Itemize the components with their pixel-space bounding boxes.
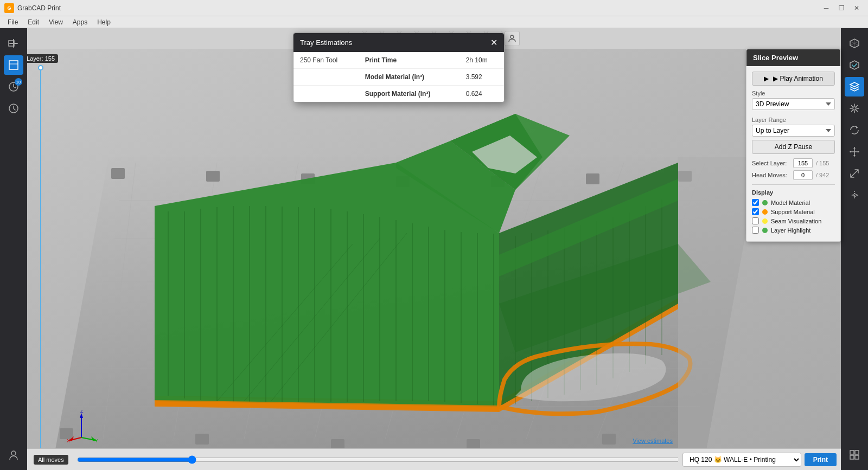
svg-rect-57 — [195, 434, 209, 445]
tray-col-support-value: 0.624 — [459, 86, 504, 102]
svg-rect-50 — [206, 171, 220, 182]
viewport[interactable]: Layer: 155 Z X Y — [27, 49, 841, 470]
minimize-button[interactable]: ─ — [819, 2, 833, 14]
all-moves-tooltip: All moves — [34, 456, 68, 463]
sidebar-icon-layers[interactable] — [4, 55, 23, 75]
svg-marker-26 — [853, 155, 856, 157]
tray-dialog-header: Tray Estimations ✕ — [293, 33, 504, 52]
tray-table-row-model: Model Material (in³) 3.592 — [293, 69, 504, 86]
left-sidebar: 10 — [0, 28, 27, 470]
play-animation-button[interactable]: ▶ ▶ Play Animation — [752, 72, 835, 86]
head-moves-label: Head Moves: — [752, 172, 790, 178]
svg-rect-31 — [855, 450, 859, 454]
layer-highlight-checkbox[interactable] — [752, 227, 759, 234]
seam-visualization-color — [762, 218, 768, 224]
svg-rect-32 — [850, 455, 854, 459]
tray-col-model-value: 3.592 — [459, 69, 504, 86]
sidebar-icon-person[interactable] — [4, 445, 23, 465]
app-logo: G — [4, 3, 14, 13]
layer-range-label: Layer Range — [752, 117, 835, 123]
titlebar: G GrabCAD Print ─ ❐ ✕ — [0, 0, 868, 16]
menu-help[interactable]: Help — [93, 17, 115, 27]
add-z-pause-button[interactable]: Add Z Pause — [752, 140, 835, 154]
printer-select-bar: HQ 120 🐱 WALL-E • Printing Print — [678, 448, 841, 470]
slice-preview-panel: Slice Preview ▶ ▶ Play Animation Style 3… — [746, 49, 841, 242]
support-material-color — [762, 209, 768, 215]
sidebar-right-check-cube[interactable] — [845, 55, 864, 75]
sidebar-icon-history[interactable]: 10 — [4, 77, 23, 96]
tray-estimations-dialog: Tray Estimations ✕ 250 Fan Tool Print Ti… — [293, 33, 505, 102]
model-material-checkbox[interactable] — [752, 199, 759, 206]
model-material-label: Model Material — [771, 199, 810, 206]
layer-tooltip: Layer: 155 — [27, 54, 58, 63]
sidebar-right-layers[interactable] — [845, 77, 864, 96]
view-estimates-link[interactable]: View estimates — [633, 437, 673, 444]
menubar: File Edit View Apps Help — [0, 16, 868, 28]
sidebar-right-settings[interactable] — [845, 99, 864, 118]
panel-divider — [752, 184, 835, 185]
history-badge: 10 — [15, 78, 22, 86]
svg-point-16 — [510, 35, 514, 38]
titlebar-controls: ─ ❐ ✕ — [819, 2, 864, 14]
svg-point-22 — [11, 451, 16, 455]
select-layer-input[interactable]: 155 — [793, 158, 813, 168]
svg-marker-25 — [853, 147, 856, 149]
sidebar-right-group[interactable] — [845, 445, 864, 465]
tray-dialog-close-button[interactable]: ✕ — [490, 37, 497, 48]
model-material-color — [762, 200, 768, 205]
sidebar-icon-time[interactable] — [4, 99, 23, 118]
sidebar-icon-add[interactable] — [4, 34, 23, 53]
layer-highlight-color — [762, 228, 768, 233]
style-label: Style — [752, 90, 835, 96]
svg-text:X: X — [67, 438, 70, 443]
sidebar-right-mirror[interactable] — [845, 185, 864, 205]
svg-rect-33 — [855, 455, 859, 459]
tray-table: 250 Fan Tool Print Time 2h 10m Model Mat… — [293, 52, 504, 102]
axis-indicator: Z X Y — [65, 410, 98, 443]
layer-handle[interactable] — [38, 65, 43, 70]
layer-slider-area: Layer: 155 — [33, 54, 49, 448]
layer-range-select[interactable]: Up to Layer Single Layer All Layers — [752, 125, 835, 137]
tray-col-print-time-value: 2h 10m — [459, 52, 504, 69]
seam-visualization-checkbox[interactable] — [752, 217, 759, 224]
tray-dialog-body: 250 Fan Tool Print Time 2h 10m Model Mat… — [293, 52, 504, 102]
display-label: Display — [752, 189, 835, 196]
select-layer-row: Select Layer: 155 / 155 — [752, 158, 835, 168]
menu-edit[interactable]: Edit — [23, 17, 43, 27]
display-model-material: Model Material — [752, 199, 835, 206]
right-sidebar — [841, 28, 868, 470]
sidebar-right-move[interactable] — [845, 142, 864, 162]
tray-dialog-title: Tray Estimations — [300, 38, 352, 47]
tray-tool-name: 250 Fan Tool — [293, 52, 359, 69]
sidebar-right-scale[interactable] — [845, 164, 864, 183]
menu-file[interactable]: File — [3, 17, 22, 27]
svg-point-23 — [853, 107, 856, 110]
select-layer-label: Select Layer: — [752, 160, 790, 166]
svg-rect-18 — [9, 61, 18, 69]
print-button[interactable]: Print — [805, 453, 837, 466]
head-moves-input[interactable]: 0 — [793, 170, 813, 180]
tray-col-support-label: Support Material (in³) — [359, 86, 459, 102]
toolbar-btn-user[interactable] — [505, 31, 520, 46]
svg-rect-49 — [111, 168, 125, 179]
sidebar-right-cube[interactable] — [845, 34, 864, 53]
printer-dropdown[interactable]: HQ 120 🐱 WALL-E • Printing — [682, 453, 801, 467]
menu-apps[interactable]: Apps — [68, 17, 92, 27]
slice-panel-body: ▶ ▶ Play Animation Style 3D Preview 2D P… — [746, 66, 840, 241]
svg-marker-110 — [80, 413, 83, 418]
tray-col-print-time-label: Print Time — [359, 52, 459, 69]
svg-marker-27 — [850, 151, 851, 153]
menu-view[interactable]: View — [44, 17, 67, 27]
close-button[interactable]: ✕ — [850, 2, 864, 14]
restore-button[interactable]: ❐ — [834, 2, 848, 14]
svg-marker-24 — [856, 126, 858, 128]
sidebar-right-rotate[interactable] — [845, 120, 864, 140]
style-select[interactable]: 3D Preview 2D Preview Wireframe — [752, 98, 835, 110]
layer-line — [40, 65, 41, 448]
support-material-checkbox[interactable] — [752, 208, 759, 215]
svg-rect-54 — [586, 173, 599, 184]
tray-table-row-tool: 250 Fan Tool Print Time 2h 10m — [293, 52, 504, 69]
support-material-label: Support Material — [771, 209, 815, 215]
svg-marker-28 — [858, 151, 859, 153]
display-support-material: Support Material — [752, 208, 835, 215]
